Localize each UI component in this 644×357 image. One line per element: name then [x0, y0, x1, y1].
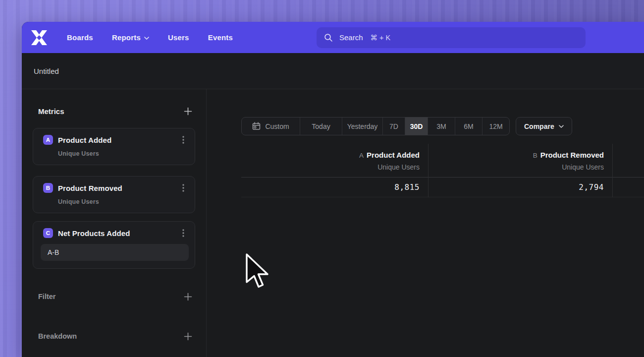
- metric-badge: C: [43, 228, 53, 238]
- result-column-spacer: [613, 144, 644, 197]
- metric-name: Product Removed: [58, 184, 122, 192]
- breakdown-title: Breakdown: [33, 332, 77, 340]
- column-prefix: B: [533, 152, 537, 159]
- date-range-label: 12M: [489, 122, 502, 130]
- metric-card-c[interactable]: C Net Products Added A-B: [33, 221, 195, 269]
- date-range-7d[interactable]: 7D: [382, 118, 405, 135]
- metric-card-a[interactable]: A Product Added Unique Users: [33, 128, 195, 165]
- search-shortcut: ⌘ + K: [371, 34, 391, 42]
- date-range-custom[interactable]: Custom: [242, 118, 300, 135]
- date-range-yesterday[interactable]: Yesterday: [342, 118, 382, 135]
- result-column-a: AProduct Added Unique Users 8,815: [241, 144, 429, 197]
- metric-measure[interactable]: Unique Users: [58, 150, 188, 157]
- column-name: Product Removed: [540, 151, 604, 159]
- app-window: Boards Reports Users Events Search ⌘ + K: [22, 22, 644, 357]
- column-measure: Unique Users: [241, 163, 420, 171]
- date-range-6m[interactable]: 6M: [455, 118, 482, 135]
- chevron-down-icon: [144, 37, 149, 40]
- date-range-label: 3M: [436, 122, 446, 130]
- result-value: 8,815: [241, 178, 428, 197]
- kebab-icon: [182, 229, 184, 237]
- metric-measure[interactable]: Unique Users: [58, 198, 188, 205]
- report-main: Custom Today Yesterday 7D 30D: [207, 89, 644, 357]
- metric-more-button[interactable]: [179, 228, 188, 238]
- content-area: Metrics A Product Added: [22, 89, 644, 357]
- date-range-3m[interactable]: 3M: [428, 118, 455, 135]
- plus-icon: [184, 293, 192, 301]
- kebab-icon: [182, 136, 184, 144]
- date-range-label: Yesterday: [347, 122, 378, 130]
- nav-item-reports[interactable]: Reports: [112, 33, 149, 42]
- query-sidebar: Metrics A Product Added: [22, 89, 207, 357]
- metric-more-button[interactable]: [179, 135, 188, 145]
- column-name: Product Added: [367, 151, 420, 159]
- kebab-icon: [182, 184, 184, 192]
- nav-item-events[interactable]: Events: [208, 33, 233, 42]
- column-prefix: A: [359, 152, 364, 159]
- calendar-icon: [252, 122, 261, 130]
- search-icon: [324, 33, 333, 42]
- plus-icon: [184, 332, 192, 341]
- date-range-label: 7D: [389, 122, 398, 130]
- metrics-title: Metrics: [33, 107, 64, 116]
- date-range-label: Custom: [265, 122, 289, 130]
- metric-name: Net Products Added: [58, 229, 130, 238]
- add-breakdown-button[interactable]: [181, 330, 194, 343]
- filter-section: Filter: [33, 291, 195, 302]
- column-header[interactable]: AProduct Added Unique Users: [241, 144, 428, 178]
- date-range-label: 6M: [464, 122, 473, 130]
- report-titlebar: Untitled: [22, 53, 644, 89]
- mixpanel-logo-icon[interactable]: [31, 30, 48, 45]
- compare-label: Compare: [524, 122, 554, 130]
- top-navbar: Boards Reports Users Events Search ⌘ + K: [22, 22, 644, 53]
- result-value: 2,794: [429, 178, 612, 197]
- date-range-30d-selected[interactable]: 30D: [405, 118, 428, 135]
- add-metric-button[interactable]: [181, 105, 194, 118]
- metric-badge: B: [43, 183, 53, 193]
- column-measure: Unique Users: [429, 163, 604, 171]
- metric-badge: A: [43, 135, 53, 145]
- nav-item-label: Users: [168, 33, 189, 42]
- results-table: AProduct Added Unique Users 8,815 BProdu…: [241, 144, 644, 197]
- search-input[interactable]: Search ⌘ + K: [317, 27, 586, 48]
- column-header[interactable]: BProduct Removed Unique Users: [429, 144, 612, 178]
- date-range-control: Custom Today Yesterday 7D 30D: [241, 117, 510, 135]
- plus-icon: [184, 107, 192, 116]
- nav-item-boards[interactable]: Boards: [67, 33, 93, 42]
- date-range-today[interactable]: Today: [300, 118, 342, 135]
- nav-item-label: Reports: [112, 33, 141, 42]
- date-toolbar: Custom Today Yesterday 7D 30D: [241, 117, 644, 135]
- nav-item-label: Boards: [67, 33, 93, 42]
- metrics-header: Metrics: [33, 105, 195, 117]
- result-column-b: BProduct Removed Unique Users 2,794: [429, 144, 613, 197]
- nav-menu: Boards Reports Users Events: [67, 33, 233, 42]
- nav-item-users[interactable]: Users: [168, 33, 189, 42]
- chevron-down-icon: [559, 125, 564, 128]
- metric-card-b[interactable]: B Product Removed Unique Users: [33, 176, 195, 213]
- search-placeholder: Search: [339, 33, 363, 42]
- report-title[interactable]: Untitled: [34, 67, 59, 75]
- formula-input[interactable]: A-B: [41, 244, 189, 261]
- metric-name: Product Added: [58, 136, 111, 144]
- filter-title: Filter: [33, 293, 55, 300]
- nav-item-label: Events: [208, 33, 233, 42]
- date-range-label: 30D: [410, 122, 423, 130]
- date-range-12m[interactable]: 12M: [482, 118, 509, 135]
- compare-button[interactable]: Compare: [516, 117, 572, 135]
- date-range-label: Today: [312, 122, 330, 130]
- metric-more-button[interactable]: [179, 183, 188, 193]
- add-filter-button[interactable]: [181, 290, 194, 303]
- breakdown-section: Breakdown: [33, 330, 195, 342]
